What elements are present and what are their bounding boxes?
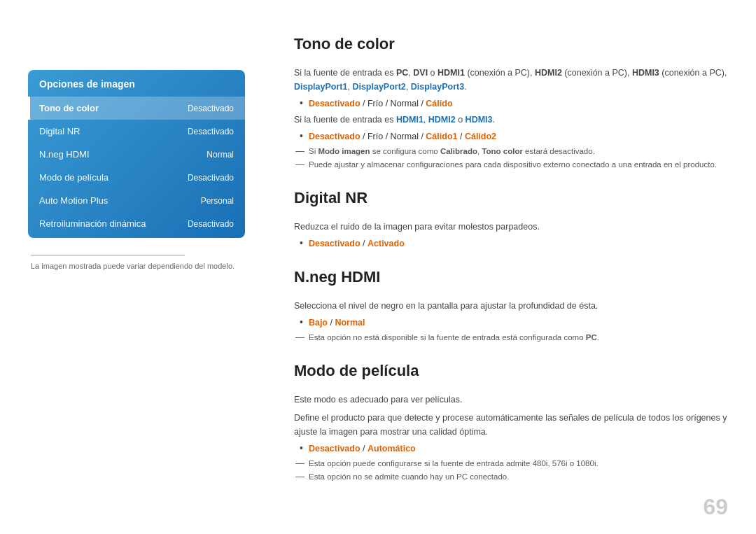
menu-item-value: Desactivado <box>188 127 234 136</box>
section-title-tono: Tono de color <box>294 35 728 57</box>
menu-item-retroiluminación-dinámica[interactable]: Retroiluminación dinámicaDesactivado <box>28 212 245 235</box>
tono-bullet2: • Desactivado / Frío / Normal / Cálido1 … <box>300 131 728 141</box>
digital-nr-bullet: • Desactivado / Activado <box>300 238 728 248</box>
menu-item-label: N.neg HDMI <box>39 149 90 160</box>
section-title-modo: Modo de película <box>294 362 728 384</box>
menu-item-n.neg-hdmi[interactable]: N.neg HDMINormal <box>28 143 245 166</box>
bullet-dot2: • <box>300 131 303 141</box>
bullet-dot3: • <box>300 238 303 248</box>
tono-note2: ― Puede ajustar y almacenar configuracio… <box>295 159 728 169</box>
menu-item-digital-nr[interactable]: Digital NRDesactivado <box>28 120 245 143</box>
menu-item-modo-de-película[interactable]: Modo de películaDesactivado <box>28 166 245 189</box>
bullet-dot: • <box>300 98 303 108</box>
section-title-digital-nr: Digital NR <box>294 189 728 211</box>
menu-item-label: Tono de color <box>39 103 99 113</box>
section-modo-pelicula: Modo de película Este modo es adecuado p… <box>294 362 728 482</box>
section-nneg-hdmi: N.neg HDMI Selecciona el nivel de negro … <box>294 268 728 342</box>
modo-note1: ― Esta opción puede configurarse si la f… <box>295 458 728 468</box>
menu-item-label: Retroiluminación dinámica <box>39 218 146 229</box>
menu-item-value: Normal <box>206 150 234 160</box>
menu-item-label: Modo de película <box>39 172 108 183</box>
bullet-dot5: • <box>300 443 303 453</box>
note-divider <box>31 255 185 255</box>
menu-item-value: Personal <box>201 196 234 206</box>
bullet-dot4: • <box>300 317 303 327</box>
tono-options1: Desactivado <box>309 99 360 108</box>
tono-options2: Desactivado <box>309 132 360 141</box>
menu-item-label: Digital NR <box>39 126 80 136</box>
left-panel: Opciones de imagen Tono de colorDesactiv… <box>28 70 245 272</box>
nneg-note1: ― Esta opción no está disponible si la f… <box>295 332 728 342</box>
modo-para2: Define el producto para que detecte y pr… <box>294 411 728 439</box>
menu-item-label: Auto Motion Plus <box>39 195 108 206</box>
menu-item-auto-motion-plus[interactable]: Auto Motion PlusPersonal <box>28 189 245 212</box>
modo-note2: ― Esta opción no se admite cuando hay un… <box>295 471 728 482</box>
modo-bullet: • Desactivado / Automático <box>300 443 728 454</box>
digital-nr-para1: Reduzca el ruido de la imagen para evita… <box>294 220 728 234</box>
menu-item-tono-de-color[interactable]: Tono de colorDesactivado <box>28 97 245 120</box>
right-content: Tono de color Si la fuente de entrada es… <box>294 35 728 506</box>
section-digital-nr: Digital NR Reduzca el ruido de la imagen… <box>294 189 728 248</box>
page-number: 69 <box>703 494 728 520</box>
note-text: La imagen mostrada puede variar dependie… <box>31 261 242 272</box>
section-title-nneg: N.neg HDMI <box>294 268 728 290</box>
note-section: La imagen mostrada puede variar dependie… <box>28 255 245 272</box>
menu-title: Opciones de imagen <box>28 70 245 97</box>
tono-bullet1: • Desactivado / Frío / Normal / Cálido <box>300 98 728 108</box>
nneg-bullet: • Bajo / Normal <box>300 317 728 328</box>
tono-para1: Si la fuente de entrada es PC, DVI o HDM… <box>294 66 728 94</box>
modo-para1: Este modo es adecuado para ver películas… <box>294 393 728 407</box>
nneg-para1: Selecciona el nivel de negro en la panta… <box>294 299 728 313</box>
menu-item-value: Desactivado <box>188 104 234 113</box>
section-tono-de-color: Tono de color Si la fuente de entrada es… <box>294 35 728 169</box>
menu-item-value: Desactivado <box>188 173 234 183</box>
menu-box: Opciones de imagen Tono de colorDesactiv… <box>28 70 245 238</box>
tono-note1: ― Si Modo imagen se configura como Calib… <box>295 146 728 156</box>
menu-item-value: Desactivado <box>188 219 234 229</box>
tono-para2: Si la fuente de entrada es HDMI1, HDMI2 … <box>294 113 728 127</box>
